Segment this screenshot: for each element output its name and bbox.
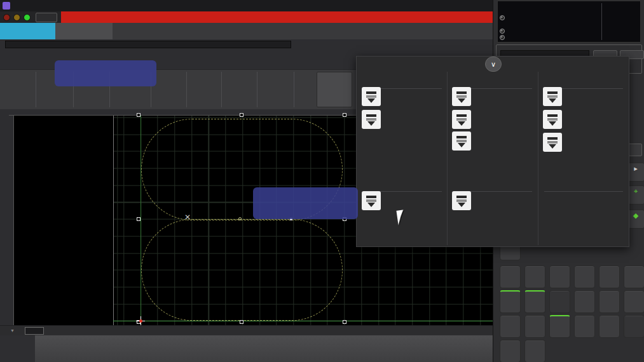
one-key-plate-button[interactable] <box>500 340 521 362</box>
subtitle-check-pressure <box>253 187 358 219</box>
alert-row <box>0 11 493 23</box>
node-marker-icon <box>238 217 242 220</box>
shutter-button[interactable] <box>524 265 545 288</box>
mark-coordinate-button[interactable] <box>574 315 595 338</box>
cutting-head-icon <box>452 110 471 129</box>
add-to-queue-button[interactable] <box>317 72 352 107</box>
nav-monitor[interactable] <box>86 335 121 362</box>
selection-handle[interactable] <box>240 113 243 117</box>
lead-line-button[interactable] <box>76 96 90 109</box>
selection-handle[interactable] <box>343 113 346 117</box>
axis-row-y <box>500 8 638 15</box>
progress-row <box>0 39 493 50</box>
cutting-head-icon <box>362 191 381 210</box>
selection-handle[interactable] <box>343 320 346 324</box>
dimension-button[interactable] <box>2 96 16 109</box>
run-button[interactable] <box>36 13 57 22</box>
main-tabs <box>0 23 493 39</box>
shield-gas-button[interactable] <box>549 315 570 338</box>
cooling-point-button[interactable] <box>154 96 168 109</box>
gas-select-button <box>549 290 570 313</box>
clear-button[interactable] <box>259 96 273 109</box>
canvas-tool-strip[interactable] <box>0 114 9 325</box>
platform-swap-button[interactable] <box>500 315 521 338</box>
sensor-row <box>452 131 533 151</box>
collapse-popup-button[interactable]: ∨ <box>485 57 502 72</box>
canvas-status-bar: ▼ <box>0 325 493 335</box>
nudge-distance-input[interactable] <box>25 327 44 335</box>
background-setting-button[interactable] <box>224 96 238 109</box>
bevel-button[interactable] <box>154 83 168 96</box>
sensor-row <box>543 87 624 106</box>
inner-outer-cut-button[interactable] <box>113 96 127 109</box>
zoom-caret-icon[interactable]: ▼ <box>10 328 15 333</box>
return-mark-button[interactable] <box>599 315 620 338</box>
toolbar-group-chamfer <box>189 70 203 109</box>
sensor-row <box>452 110 533 129</box>
status-light-green-icon <box>24 14 31 21</box>
nav-advanced[interactable] <box>230 335 265 362</box>
sort-button[interactable] <box>224 83 238 96</box>
clean-nozzle-button[interactable] <box>574 290 595 313</box>
optimize-button[interactable] <box>38 83 52 96</box>
axis-row-x <box>500 2 638 8</box>
progress-bar <box>5 41 291 48</box>
side-button-locate[interactable]: ◆ <box>627 210 644 229</box>
combine-button[interactable] <box>38 70 52 83</box>
bottom-navigation <box>0 335 493 362</box>
transform-button[interactable] <box>2 83 16 96</box>
toolbar-group-array <box>259 70 273 109</box>
sensor-row <box>543 133 624 152</box>
status-light-red-icon <box>3 14 10 21</box>
work-light-button[interactable] <box>524 290 545 313</box>
selection-handle[interactable] <box>137 113 140 117</box>
shape-stadium-bottom[interactable] <box>141 219 343 321</box>
chamfer-button[interactable] <box>189 70 203 83</box>
nesting-button[interactable] <box>259 83 273 96</box>
toolbar-group-edge <box>224 70 238 109</box>
axis-row-a <box>500 28 638 34</box>
side-button-select[interactable]: ⌖ <box>627 185 644 204</box>
nav-settings[interactable] <box>160 335 195 362</box>
laser-power-button[interactable] <box>500 265 521 288</box>
selection-handle[interactable] <box>240 320 243 324</box>
y-axis-line <box>140 116 141 325</box>
software-lock-button[interactable] <box>524 315 545 338</box>
cutting-head-icon <box>452 131 471 151</box>
subtitle-start-machining <box>55 60 156 86</box>
cutting-head-icon <box>543 87 562 106</box>
sensor-row <box>543 110 624 129</box>
cutting-head-icon <box>543 133 562 152</box>
selection-handle[interactable] <box>137 217 140 221</box>
app-logo-icon <box>3 2 10 10</box>
nav-run-report[interactable] <box>121 335 160 362</box>
cutting-head-icon <box>543 110 562 129</box>
toolbar-group-optimize <box>38 70 52 109</box>
blow-air-button[interactable] <box>500 290 521 313</box>
tab-draw[interactable] <box>0 23 55 39</box>
nav-maintenance[interactable] <box>195 335 230 362</box>
one-key-preprocess-button[interactable] <box>38 96 52 109</box>
spot-shot-button[interactable] <box>574 265 595 288</box>
axis-coordinate-panel <box>497 1 641 43</box>
jog-teach-button[interactable] <box>524 340 545 362</box>
toolbar-group-cut <box>113 83 127 109</box>
nav-machining[interactable] <box>0 335 35 362</box>
dock-button[interactable] <box>189 83 203 96</box>
sensor-row <box>362 87 443 106</box>
laser-button[interactable] <box>599 265 620 288</box>
lubricate-button[interactable] <box>624 290 644 313</box>
common-edge-button[interactable] <box>224 70 238 83</box>
alarm-banner[interactable] <box>61 11 493 23</box>
reset-button[interactable] <box>624 265 644 288</box>
side-button-partial[interactable]: ▸ <box>627 163 644 182</box>
select-button[interactable] <box>2 70 16 83</box>
nav-process[interactable] <box>51 335 86 362</box>
sensor-row <box>362 191 446 210</box>
tab-machining-assist[interactable] <box>55 23 113 39</box>
red-light-button[interactable] <box>549 265 570 288</box>
sensor-row <box>452 87 533 106</box>
fan-button[interactable] <box>599 290 620 313</box>
one-key-setting-button[interactable] <box>189 96 203 109</box>
array-button[interactable] <box>259 70 273 83</box>
